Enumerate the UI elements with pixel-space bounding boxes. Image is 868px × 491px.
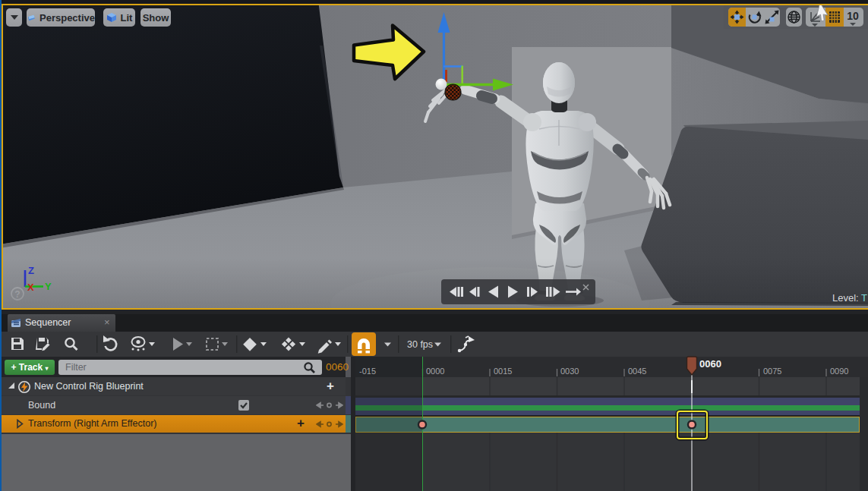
svg-text:-015: -015 xyxy=(359,367,376,376)
svg-text:0045: 0045 xyxy=(628,367,646,376)
svg-text:0015: 0015 xyxy=(494,367,512,376)
svg-text:30 fps: 30 fps xyxy=(407,339,433,350)
svg-text:0075: 0075 xyxy=(763,367,781,376)
svg-text:0000: 0000 xyxy=(426,367,444,376)
svg-text:0030: 0030 xyxy=(560,367,579,376)
svg-text:0060: 0060 xyxy=(699,358,721,370)
svg-text:0090: 0090 xyxy=(830,367,848,376)
